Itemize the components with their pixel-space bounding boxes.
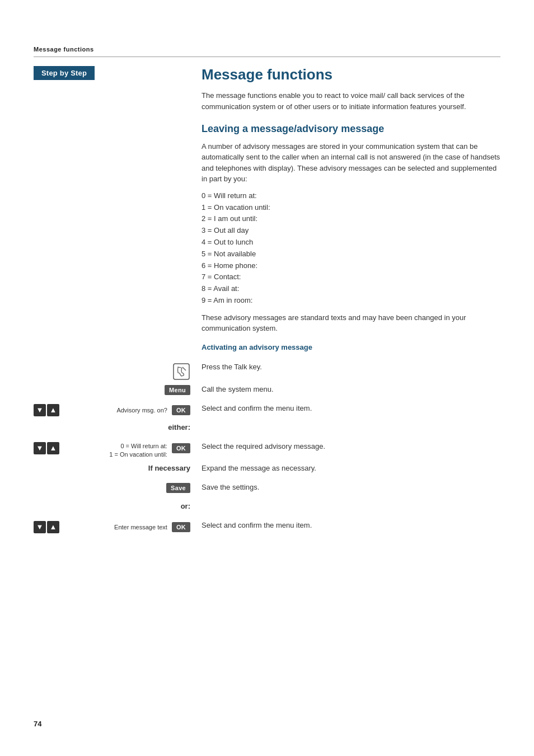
sub-heading: Leaving a message/advisory message xyxy=(202,123,500,135)
list-item: 7 = Contact: xyxy=(202,271,500,283)
main-layout: Step by Step Message functions The messa… xyxy=(34,66,500,356)
page: Message functions Step by Step Message f… xyxy=(0,0,534,756)
if-necessary-label: If necessary xyxy=(34,464,190,472)
arrow-up-select-icon[interactable]: ▲ xyxy=(47,442,59,454)
instr-row-or: or: xyxy=(34,501,500,516)
section-label: Message functions xyxy=(34,46,94,53)
list-item: 3 = Out all day xyxy=(202,225,500,237)
arrow-up-enter-icon[interactable]: ▲ xyxy=(47,521,59,533)
instr-row-talk-key: Press the Talk key. xyxy=(34,361,500,381)
advisory-msg-label: Advisory msg. on? xyxy=(62,407,170,414)
list-item: 0 = Will return at: xyxy=(202,190,500,202)
ok-button-select[interactable]: OK xyxy=(172,443,190,453)
instr-row-menu: Menu Call the system menu. xyxy=(34,384,500,400)
nav-arrows-advisory: ▼ ▲ xyxy=(34,404,59,416)
sidebar-advisory: ▼ ▲ Advisory msg. on? OK xyxy=(34,403,196,416)
either-label: either: xyxy=(34,423,190,431)
select-advisory-label: 0 = Will return at:1 = On vacation until… xyxy=(62,442,170,459)
activating-heading: Activating an advisory message xyxy=(202,343,500,351)
sidebar-either: either: xyxy=(34,422,196,431)
leaving-body: A number of advisory messages are stored… xyxy=(202,141,500,185)
svg-line-1 xyxy=(182,367,186,370)
save-button[interactable]: Save xyxy=(166,483,190,493)
arrow-up-icon[interactable]: ▲ xyxy=(47,404,59,416)
arrow-down-enter-icon[interactable]: ▼ xyxy=(34,521,46,533)
list-item: 8 = Avail at: xyxy=(202,283,500,295)
instr-row-if-necessary: If necessary Expand the message as neces… xyxy=(34,463,500,478)
or-label: or: xyxy=(34,502,190,510)
content-advisory: Select and confirm the menu item. xyxy=(196,403,500,414)
arrow-down-select-icon[interactable]: ▼ xyxy=(34,442,46,454)
enter-msg-label: Enter message text xyxy=(62,524,170,530)
list-item: 6 = Home phone: xyxy=(202,260,500,272)
list-item: 1 = On vacation until: xyxy=(202,202,500,214)
instr-row-save: Save Save the settings. xyxy=(34,482,500,497)
main-heading: Message functions xyxy=(202,66,500,83)
content-talk-key: Press the Talk key. xyxy=(196,361,500,373)
sidebar-if-necessary: If necessary xyxy=(34,463,196,472)
instr-row-select-advisory: ▼ ▲ 0 = Will return at:1 = On vacation u… xyxy=(34,441,500,459)
content-enter-msg: Select and confirm the menu item. xyxy=(196,520,500,531)
step-by-step-box: Step by Step xyxy=(34,66,95,80)
list-item: 4 = Out to lunch xyxy=(202,237,500,248)
sidebar: Step by Step xyxy=(34,66,196,356)
list-item: 9 = Am in room: xyxy=(202,295,500,307)
arrow-down-icon[interactable]: ▼ xyxy=(34,404,46,416)
instr-row-either: either: xyxy=(34,422,500,438)
menu-button[interactable]: Menu xyxy=(165,385,190,395)
content-area: Message functions The message functions … xyxy=(196,66,500,356)
sidebar-select-advisory: ▼ ▲ 0 = Will return at:1 = On vacation u… xyxy=(34,441,196,459)
nav-arrows-select: ▼ ▲ xyxy=(34,442,59,454)
advisory-list: 0 = Will return at: 1 = On vacation unti… xyxy=(202,190,500,307)
list-item: 5 = Not available xyxy=(202,248,500,260)
nav-arrows-enter-msg: ▼ ▲ xyxy=(34,521,59,533)
instruction-area: Press the Talk key. Menu Call the system… xyxy=(34,361,500,536)
sidebar-enter-msg: ▼ ▲ Enter message text OK xyxy=(34,520,196,533)
top-section: Message functions xyxy=(34,45,500,57)
content-menu: Call the system menu. xyxy=(196,384,500,395)
instr-row-enter-msg: ▼ ▲ Enter message text OK Select and con… xyxy=(34,520,500,536)
list-item: 2 = I am out until: xyxy=(202,213,500,225)
advisory-note: These advisory messages are standard tex… xyxy=(202,312,500,334)
sidebar-menu: Menu xyxy=(34,384,196,395)
intro-text: The message functions enable you to reac… xyxy=(202,90,500,112)
ok-button-advisory[interactable]: OK xyxy=(172,405,190,415)
sidebar-save: Save xyxy=(34,482,196,493)
content-if-necessary: Expand the message as necessary. xyxy=(196,463,500,474)
sidebar-talk-key xyxy=(34,361,196,381)
page-number: 74 xyxy=(34,720,41,728)
content-save: Save the settings. xyxy=(196,482,500,493)
talk-key-icon xyxy=(172,363,190,381)
sidebar-or: or: xyxy=(34,501,196,510)
content-select-advisory: Select the required advisory message. xyxy=(196,441,500,452)
instr-row-advisory: ▼ ▲ Advisory msg. on? OK Select and conf… xyxy=(34,403,500,419)
ok-button-enter-msg[interactable]: OK xyxy=(172,522,190,532)
